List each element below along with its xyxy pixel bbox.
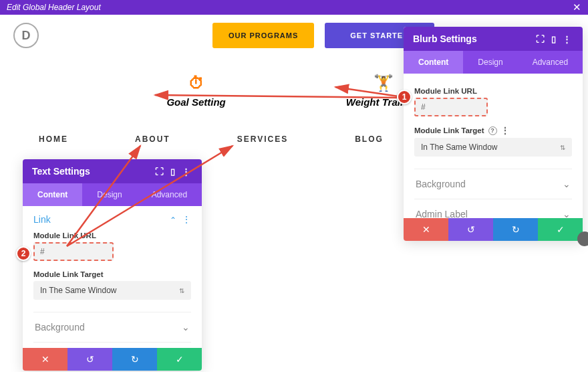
chevron-down-icon: ⌄: [563, 209, 571, 218]
section-more-icon[interactable]: ⋮: [182, 214, 191, 225]
blurb-panel-header[interactable]: Blurb Settings ⛶ ▯ ⋮: [404, 27, 583, 51]
blurb-link-target-value: In The Same Window: [421, 143, 498, 152]
admin-label-toggle[interactable]: Admin Label: [33, 342, 191, 348]
text-panel-body: Link ⌃ ⋮ Module Link URL Module Link Tar…: [23, 206, 202, 348]
nav-blog[interactable]: BLOG: [355, 134, 384, 144]
blurb-background-toggle[interactable]: Background ⌄: [414, 169, 572, 199]
redo-button[interactable]: ↻: [493, 218, 538, 241]
help-bubble-icon[interactable]: [577, 231, 588, 246]
annotation-badge-2: 2: [16, 246, 31, 261]
tab-content[interactable]: Content: [404, 51, 463, 74]
link-section-label: Link: [33, 214, 51, 225]
text-panel-tabs: Content Design Advanced: [23, 183, 202, 206]
blurb-panel-body: Module Link URL Module Link Target ? ⋮ I…: [404, 74, 583, 218]
blurb-panel-tabs: Content Design Advanced: [404, 51, 583, 74]
field-more-icon[interactable]: ⋮: [501, 126, 509, 135]
tab-design[interactable]: Design: [82, 183, 136, 206]
blurb-module-link-url-input[interactable]: [414, 98, 488, 116]
updown-icon: ⇅: [560, 144, 565, 151]
blurb-admin-toggle[interactable]: Admin Label ⌄: [414, 199, 572, 218]
cancel-button[interactable]: ✕: [404, 218, 448, 241]
tab-content[interactable]: Content: [23, 183, 82, 206]
link-url-label: Module Link URL: [33, 231, 191, 240]
close-icon[interactable]: ✕: [573, 1, 581, 13]
save-button[interactable]: ✓: [538, 218, 583, 241]
chevron-up-icon: ⌃: [170, 215, 176, 225]
undo-button[interactable]: ↺: [448, 218, 493, 241]
expand-icon[interactable]: ⛶: [152, 167, 166, 177]
blurb-link-target-label: Module Link Target ? ⋮: [414, 126, 572, 135]
global-header-bar: Edit Global Header Layout ✕: [0, 0, 588, 15]
nav-about[interactable]: ABOUT: [135, 134, 170, 144]
blurb-link-url-label: Module Link URL: [414, 87, 572, 95]
our-programs-button[interactable]: OUR PROGRAMS: [212, 23, 314, 48]
snap-icon[interactable]: ▯: [166, 167, 179, 177]
more-icon[interactable]: ⋮: [179, 167, 192, 177]
more-icon[interactable]: ⋮: [560, 34, 573, 44]
site-logo[interactable]: D: [13, 23, 39, 48]
background-toggle[interactable]: Background ⌄: [33, 312, 191, 342]
blurb-panel-footer: ✕ ↺ ↻ ✓: [404, 218, 583, 241]
text-settings-panel: Text Settings ⛶ ▯ ⋮ Content Design Advan…: [23, 159, 202, 371]
module-link-url-input[interactable]: [33, 242, 114, 261]
feature-goal-label: Goal Setting: [166, 96, 225, 108]
link-target-label: Module Link Target: [33, 270, 191, 278]
save-button[interactable]: ✓: [157, 348, 202, 371]
blurb-panel-title: Blurb Settings: [413, 33, 477, 44]
text-panel-footer: ✕ ↺ ↻ ✓: [23, 348, 202, 371]
background-label: Background: [35, 322, 85, 333]
help-icon[interactable]: ?: [488, 126, 497, 135]
chevron-down-icon: ⌄: [563, 179, 571, 189]
blurb-admin-label: Admin Label: [416, 209, 468, 218]
snap-icon[interactable]: ▯: [547, 34, 560, 44]
logo-letter: D: [22, 29, 31, 43]
text-panel-title: Text Settings: [32, 166, 90, 177]
link-section-toggle[interactable]: Link ⌃ ⋮: [33, 214, 191, 225]
blurb-settings-panel: Blurb Settings ⛶ ▯ ⋮ Content Design Adva…: [404, 27, 583, 241]
tab-design[interactable]: Design: [463, 51, 517, 74]
text-panel-header[interactable]: Text Settings ⛶ ▯ ⋮: [23, 159, 202, 183]
blurb-module-link-target-select[interactable]: In The Same Window ⇅: [414, 138, 572, 157]
feature-goal-setting[interactable]: ⏱ Goal Setting: [166, 74, 225, 108]
chevron-down-icon: ⌄: [182, 322, 190, 333]
blurb-background-label: Background: [416, 179, 466, 189]
updown-icon: ⇅: [179, 287, 184, 294]
expand-icon[interactable]: ⛶: [533, 34, 547, 44]
module-link-target-select[interactable]: In The Same Window ⇅: [33, 281, 191, 300]
link-target-value: In The Same Window: [40, 286, 117, 295]
cancel-button[interactable]: ✕: [23, 348, 67, 371]
nav-home[interactable]: HOME: [39, 134, 68, 144]
undo-button[interactable]: ↺: [67, 348, 112, 371]
nav-services[interactable]: SERVICES: [237, 134, 288, 144]
tab-advanced[interactable]: Advanced: [518, 51, 583, 74]
stopwatch-icon: ⏱: [166, 74, 225, 92]
annotation-badge-1: 1: [397, 90, 412, 104]
redo-button[interactable]: ↻: [112, 348, 157, 371]
global-bar-title: Edit Global Header Layout: [7, 3, 101, 12]
tab-advanced[interactable]: Advanced: [137, 183, 202, 206]
